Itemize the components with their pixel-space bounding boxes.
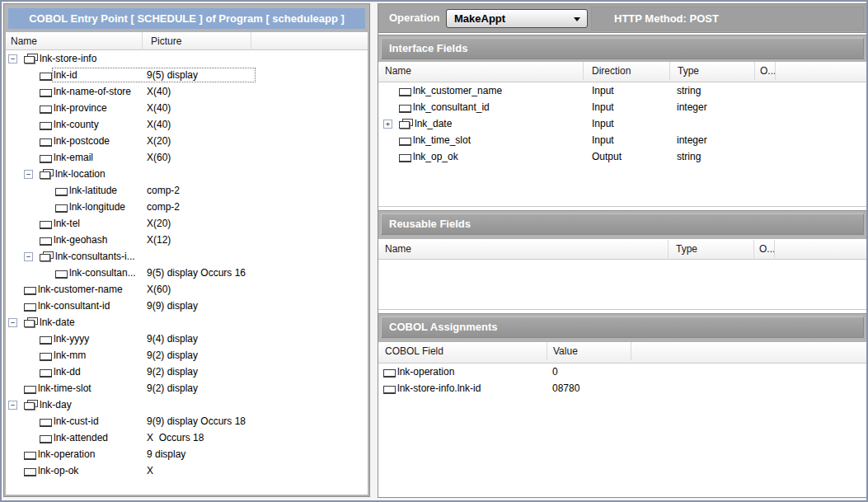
tree-row[interactable]: lnk-name-of-store X(40) [6, 83, 368, 100]
chevron-down-icon [574, 17, 580, 25]
column-header-name[interactable]: Name [6, 32, 143, 50]
tree-row[interactable]: lnk-dd 9(2) display [6, 364, 368, 380]
expand-toggle-icon[interactable]: − [8, 54, 17, 63]
tree-row[interactable]: lnk-longitude comp-2 [6, 199, 368, 215]
field-name: lnk-consultants-i... [54, 251, 135, 262]
field-picture: X(20) [147, 133, 171, 149]
field-name: lnk-attended [53, 432, 108, 443]
tree-row[interactable]: − lnk-consultants-i... [6, 248, 368, 265]
assignment-row[interactable]: lnk-operation 0 [378, 364, 866, 380]
field-name: lnk-dd [53, 366, 81, 378]
field-name: lnk-customer-name [37, 284, 123, 295]
leaf-icon [40, 104, 53, 113]
field-name: lnk-email [53, 152, 93, 163]
tree-row[interactable]: lnk-yyyy 9(4) display [6, 331, 368, 347]
field-name: lnk-id [53, 69, 77, 81]
field-name: lnk-day [39, 399, 72, 411]
interface-field-row[interactable]: lnk_consultant_id Input integer [378, 99, 866, 115]
tree-row[interactable]: lnk-id 9(5) display [6, 67, 368, 83]
tree-row[interactable]: − lnk-date [6, 314, 368, 331]
interface-field-row[interactable]: lnk_op_ok Output string [378, 148, 866, 165]
field-value: 08780 [552, 380, 579, 396]
cobol-assignments-table: lnk-operation 0 lnk-store-info.lnk-id 08… [378, 364, 866, 495]
leaf-icon [399, 103, 412, 112]
column-header-occurs[interactable]: O... [755, 62, 776, 80]
tree-row[interactable]: lnk-operation 9 display [6, 446, 368, 462]
tree-row[interactable]: − lnk-day [6, 396, 368, 413]
leaf-icon [383, 368, 396, 377]
field-picture: X(40) [147, 83, 171, 100]
field-picture: 9(2) display [147, 380, 198, 396]
field-name: lnk-time-slot [37, 382, 91, 394]
column-header-type[interactable]: Type [670, 62, 755, 80]
field-name: lnk-operation [37, 448, 95, 460]
leaf-icon [40, 434, 53, 443]
group-icon [399, 119, 414, 129]
column-header-value[interactable]: Value [547, 342, 631, 360]
field-name: lnk-consultan... [68, 267, 136, 279]
column-header-occurs[interactable]: O... [754, 240, 775, 258]
tree-row[interactable]: lnk-province X(40) [6, 100, 368, 116]
assignment-row[interactable]: lnk-store-info.lnk-id 08780 [378, 380, 866, 396]
field-picture: X(20) [147, 215, 171, 232]
group-icon [24, 54, 39, 63]
tree-row[interactable]: lnk-tel X(20) [6, 215, 368, 232]
column-header-type[interactable]: Type [669, 240, 754, 258]
column-header-name[interactable]: Name [378, 62, 584, 80]
expand-toggle-icon[interactable]: − [8, 318, 17, 327]
cobol-assignments-section: COBOL Assignments [378, 313, 866, 342]
field-name: lnk_date [414, 118, 452, 129]
tree-row[interactable]: lnk-attended X Occurs 18 [6, 429, 368, 446]
tree-row[interactable]: − lnk-location [6, 166, 368, 182]
tree-row[interactable]: lnk-email X(60) [6, 149, 368, 166]
tree-row[interactable]: lnk-customer-name X(60) [6, 281, 368, 298]
interface-field-row[interactable]: lnk_customer_name Input string [378, 82, 866, 99]
leaf-icon [24, 384, 37, 393]
leaf-icon [24, 285, 37, 294]
leaf-icon [40, 335, 53, 344]
column-header-picture[interactable]: Picture [143, 32, 251, 50]
column-header-cobol-field[interactable]: COBOL Field [378, 342, 547, 360]
tree-row[interactable]: lnk-consultant-id 9(9) display [6, 298, 368, 314]
expand-toggle-icon[interactable]: + [383, 120, 392, 129]
tree-row[interactable]: lnk-latitude comp-2 [6, 182, 368, 199]
leaf-icon [40, 351, 53, 360]
field-direction: Output [592, 148, 622, 165]
field-name: lnk-tel [53, 218, 80, 229]
field-picture: X(40) [147, 100, 171, 116]
tree-row[interactable]: lnk-county X(40) [6, 116, 368, 133]
leaf-icon [40, 236, 53, 245]
operation-dropdown[interactable]: MakeAppt [446, 9, 588, 28]
cobol-assignments-header: COBOL Field Value [378, 342, 866, 364]
tree-row[interactable]: lnk-time-slot 9(2) display [6, 380, 368, 396]
leaf-icon [40, 153, 53, 162]
field-name: lnk-postcode [53, 135, 110, 147]
tree-row[interactable]: − lnk-store-info [6, 50, 368, 67]
field-name: lnk_op_ok [412, 151, 458, 162]
field-picture: X(12) [147, 232, 171, 248]
cobol-assignments-title: COBOL Assignments [381, 317, 864, 338]
tree-row[interactable]: lnk-geohash X(12) [6, 232, 368, 248]
expand-toggle-icon[interactable]: − [8, 401, 17, 410]
tree-row[interactable]: lnk-mm 9(2) display [6, 347, 368, 364]
tree-row[interactable]: lnk-op-ok X [6, 462, 368, 479]
interface-field-row[interactable]: lnk_time_slot Input integer [378, 132, 866, 148]
leaf-icon [55, 203, 68, 212]
expand-toggle-icon[interactable]: − [24, 170, 33, 179]
leaf-icon [40, 137, 53, 146]
leaf-icon [399, 87, 412, 96]
expand-toggle-icon[interactable]: − [24, 252, 33, 261]
field-type: integer [677, 99, 707, 115]
tree-row[interactable]: lnk-consultan... 9(5) display Occurs 16 [6, 265, 368, 281]
field-name: lnk_consultant_id [412, 101, 490, 113]
leaf-icon [399, 136, 412, 145]
http-method-panel: HTTP Method: POST [591, 7, 864, 30]
field-picture: comp-2 [147, 199, 180, 215]
column-header-name[interactable]: Name [378, 240, 669, 258]
column-header-direction[interactable]: Direction [584, 62, 670, 80]
field-name: lnk-op-ok [37, 465, 78, 476]
interface-field-row[interactable]: + lnk_date Input [378, 115, 866, 132]
tree-row[interactable]: lnk-cust-id 9(9) display Occurs 18 [6, 413, 368, 429]
group-icon [24, 317, 39, 327]
tree-row[interactable]: lnk-postcode X(20) [6, 133, 368, 149]
